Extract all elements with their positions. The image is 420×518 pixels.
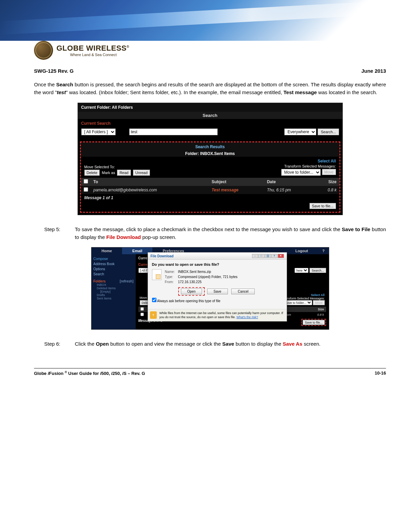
sidebar-deleted[interactable]: Deleted Items [94,287,134,290]
sidebar-inbox[interactable]: INBOX [94,283,134,287]
transform-small: Transform Selected Messages: [282,297,324,300]
mark-as-label: Mark as [102,171,115,175]
transform-label: Transform Selected Messages: [284,164,336,168]
mark-unread-button[interactable]: Unread [133,170,150,176]
open-button[interactable]: Open [181,289,202,294]
sidebar-empty[interactable]: [Empty] [94,290,134,293]
nav-home[interactable]: Home [91,247,122,254]
col-to[interactable]: To [91,178,209,186]
cell-size: 0.8 k [315,186,339,194]
close-icon[interactable]: ✕ [278,254,284,258]
sidebar-refresh[interactable]: [refresh] [120,279,134,283]
sidebar: Compose Address Book Options Search Fold… [91,254,136,329]
cell-size-small: 0.8 k [308,312,326,317]
step5-text: To save the message, click to place a ch… [75,225,386,241]
page-header-graphic [0,0,420,41]
help-icon[interactable]: ? [271,254,278,258]
save-to-file-button[interactable]: Save to file... [309,203,336,209]
current-search-label: Current Search [78,119,342,126]
row-checkbox[interactable] [84,187,88,192]
sidebar-sent[interactable]: Sent Items [94,297,134,300]
risk-link[interactable]: What's the risk? [236,315,258,319]
save-to-file-button-small[interactable]: Save to file... [303,320,324,325]
search-button-small[interactable]: Search... [309,268,326,273]
results-highlight-box: Search Results Folder: INBOX.Sent Items … [80,141,340,213]
mark-read-button[interactable]: Read [117,170,131,176]
current-folder-title: Current Folder: All Folders [78,103,342,112]
brand-name: GLOBE WIRELESS [56,44,127,52]
page-footer: Globe iFusion ® User Guide for i500, i25… [34,368,386,376]
nav-logout[interactable]: Logout [285,247,318,254]
search-results-heading: Search Results [81,144,339,149]
folder-select[interactable]: [ All Folders ] [81,128,116,135]
select-all-small[interactable]: Select All [282,293,324,297]
row-checkbox-small[interactable] [140,313,144,316]
footer-left: Globe iFusion ® User Guide for i500, i25… [34,370,145,376]
message-count: Message 1 of 1 [81,194,339,202]
folder-heading: Folder: INBOX.Sent Items [81,151,339,156]
intro-paragraph: Once the Search button is pressed, the s… [34,81,386,97]
brand-logo: GLOBE WIRELESS® Where Land & Sea Connect [34,41,386,60]
sidebar-options[interactable]: Options [94,266,134,272]
warning-text: While files from the Internet can be use… [159,311,285,319]
move-button-small[interactable]: Move [313,300,324,305]
step6-label: Step 6: [44,340,75,348]
restore-icon[interactable]: ◫ [265,254,271,258]
file-info: Name: INBOX.Sent Items.zip Type: Compres… [165,269,238,284]
search-button[interactable]: Search... [318,128,339,135]
col-subject[interactable]: Subject [209,178,264,186]
select-all-link[interactable]: Select All [81,157,339,163]
col-date[interactable]: Date [264,178,315,186]
sidebar-compose[interactable]: Compose [94,256,134,261]
move-selected-label: Move Selected To: [84,165,150,169]
sidebar-folders-heading: Folders [94,279,106,283]
scope-select-small[interactable]: here [295,268,308,273]
delete-button[interactable]: Delete [84,170,100,176]
col-size[interactable]: Size [315,178,339,186]
sidebar-address-book[interactable]: Address Book [94,261,134,266]
doc-date: June 2013 [361,68,386,74]
always-ask-label: Always ask before opening this type of f… [157,299,220,303]
scope-select[interactable]: Everywhere [284,128,316,135]
sidebar-search[interactable]: Search [94,272,134,277]
cell-date: Thu, 6:15 pm [264,186,315,194]
move-folder-small[interactable]: Move to folder... [283,300,312,305]
minimize-icon[interactable]: - [252,254,258,258]
move-folder-select[interactable]: Move to folder... [281,169,321,176]
search-input[interactable] [129,128,218,135]
table-row[interactable]: pamela.arnold@globewireless.com Test mes… [81,186,339,194]
footer-page: 10-16 [375,370,386,376]
save-button[interactable]: Save [207,289,228,294]
dialog-question: Do you want to open or save this file? [152,262,283,266]
select-all-checkbox-small[interactable] [140,307,144,311]
move-button[interactable]: Move [322,169,336,175]
always-ask-checkbox[interactable] [152,298,156,302]
results-table: To Subject Date Size pamela.arnold@globe… [81,178,339,194]
globe-icon [34,41,53,60]
doc-id: SWG-125 Rev. G [34,68,73,74]
col-size-small[interactable]: Size [308,307,326,312]
brand-tagline: Where Land & Sea Connect [70,53,129,57]
cell-to: pamela.arnold@globewireless.com [91,186,209,194]
cancel-button[interactable]: Cancel [231,289,255,294]
nav-help[interactable]: ? [318,247,329,254]
file-download-screenshot: Home Email Preferences Logout ? Compose … [91,247,329,330]
step6-text: Click the Open button to open and view t… [75,340,386,348]
sidebar-drafts[interactable]: Drafts [94,293,134,297]
search-results-screenshot: Current Folder: All Folders Search Curre… [78,103,343,215]
select-all-checkbox[interactable] [84,179,88,184]
file-download-dialog: File Download - □ ◫ ? ✕ Do you want to o… [148,252,287,322]
shield-icon [150,311,157,319]
dialog-title: File Download [151,254,174,258]
cell-subject[interactable]: Test message [209,186,264,194]
search-tab[interactable]: Search [78,112,342,119]
step5-label: Step 5: [44,225,75,241]
file-icon [152,269,162,280]
maximize-icon[interactable]: □ [258,254,265,258]
